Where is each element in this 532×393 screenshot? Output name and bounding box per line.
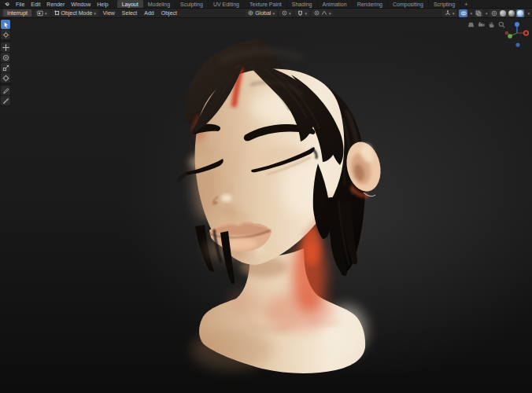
tab-animation[interactable]: Animation — [318, 0, 353, 8]
show-gizmos-dropdown[interactable] — [442, 9, 457, 17]
menu-window[interactable]: Window — [68, 0, 94, 8]
axis-x-handle — [524, 31, 529, 35]
axis-y-handle — [508, 34, 512, 39]
chevron-down-icon — [470, 10, 472, 16]
chevron-down-icon — [45, 9, 47, 17]
magnet-icon — [297, 10, 303, 17]
pivot-point-icon — [282, 10, 287, 16]
chevron-down-icon — [305, 9, 307, 17]
object-mode-icon — [54, 10, 60, 16]
viewport-canvas[interactable] — [0, 18, 532, 393]
tool-move[interactable] — [1, 42, 10, 52]
show-overlays-toggle[interactable] — [459, 9, 467, 17]
viewport-header: Interrupt Object Mode View Select Add Ob… — [0, 9, 532, 18]
tool-annotate[interactable] — [1, 86, 10, 95]
axis-z-handle — [515, 22, 519, 27]
tab-modeling[interactable]: Modeling — [143, 0, 175, 8]
tab-uv-editing[interactable]: UV Editing — [209, 0, 245, 8]
shading-solid-button[interactable] — [499, 9, 507, 17]
mode-dropdown[interactable]: Object Mode — [52, 9, 98, 17]
menu-render[interactable]: Render — [43, 0, 68, 8]
chevron-down-icon — [486, 10, 488, 16]
gizmos-icon — [445, 10, 451, 17]
chevron-down-icon — [527, 10, 530, 16]
chevron-down-icon — [289, 9, 291, 17]
shading-rendered-button[interactable] — [516, 9, 524, 17]
workspace-tabs: Layout Modeling Sculpting UV Editing Tex… — [117, 0, 473, 8]
shading-wireframe-button[interactable] — [490, 9, 498, 17]
tab-rendering[interactable]: Rendering — [353, 0, 388, 8]
add-workspace-button[interactable]: + — [460, 0, 472, 8]
editor-3d-viewport-icon — [37, 10, 43, 17]
chevron-down-icon — [453, 9, 455, 17]
menu-file[interactable]: File — [13, 0, 28, 8]
chevron-down-icon — [94, 9, 96, 17]
pan-hand-icon[interactable] — [488, 21, 495, 28]
menu-edit[interactable]: Edit — [28, 0, 43, 8]
chevron-down-icon — [272, 9, 275, 17]
editor-type-dropdown[interactable] — [35, 9, 50, 17]
ortho-grid-icon[interactable] — [467, 21, 475, 28]
viewport-menu-object[interactable]: Object — [159, 10, 179, 16]
blender-logo-icon[interactable] — [0, 0, 13, 8]
tool-measure[interactable] — [1, 96, 10, 105]
snap-toggle[interactable] — [295, 9, 309, 17]
tab-scripting[interactable]: Scripting — [429, 0, 460, 8]
tool-scale[interactable] — [1, 63, 10, 72]
menu-help[interactable]: Help — [94, 0, 111, 8]
tab-layout[interactable]: Layout — [117, 0, 143, 8]
transform-orientation-dropdown[interactable]: Global — [246, 9, 277, 17]
tool-rotate[interactable] — [1, 53, 10, 62]
proportional-editing-dropdown[interactable] — [312, 9, 334, 17]
tab-sculpting[interactable]: Sculpting — [175, 0, 209, 8]
top-menubar: File Edit Render Window Help Layout Mode… — [0, 0, 532, 9]
interrupt-button[interactable]: Interrupt — [2, 9, 32, 17]
camera-icon[interactable] — [478, 21, 485, 28]
pivot-point-dropdown[interactable] — [279, 9, 294, 17]
shading-mode-group — [490, 9, 525, 17]
viewport-menu-add[interactable]: Add — [142, 10, 156, 16]
tab-shading[interactable]: Shading — [287, 0, 318, 8]
xray-toggle[interactable] — [475, 9, 483, 17]
tool-transform[interactable] — [1, 73, 10, 83]
tab-texture-paint[interactable]: Texture Paint — [245, 0, 287, 8]
tool-cursor[interactable] — [1, 30, 10, 39]
tool-shelf — [0, 18, 11, 107]
axis-navigation-gizmo[interactable] — [504, 20, 531, 49]
tool-select-box[interactable] — [1, 20, 10, 29]
blender-window: File Edit Render Window Help Layout Mode… — [0, 0, 532, 393]
shading-material-button[interactable] — [508, 9, 515, 17]
viewport-menu-view[interactable]: View — [101, 10, 117, 16]
tab-compositing[interactable]: Compositing — [388, 0, 429, 8]
axis-z-neg-handle — [515, 42, 519, 46]
model-render-head-bust — [0, 18, 532, 393]
chevron-down-icon — [329, 9, 331, 17]
viewport-menu-select[interactable]: Select — [120, 10, 139, 16]
proportional-editing-icon — [314, 10, 320, 16]
viewport-nav-controls — [467, 21, 505, 28]
orientation-global-icon — [248, 10, 253, 16]
mode-label: Object Mode — [61, 9, 93, 17]
falloff-curve-icon — [321, 10, 327, 16]
orientation-label: Global — [255, 9, 271, 17]
axis-x-neg-handle — [505, 31, 509, 35]
